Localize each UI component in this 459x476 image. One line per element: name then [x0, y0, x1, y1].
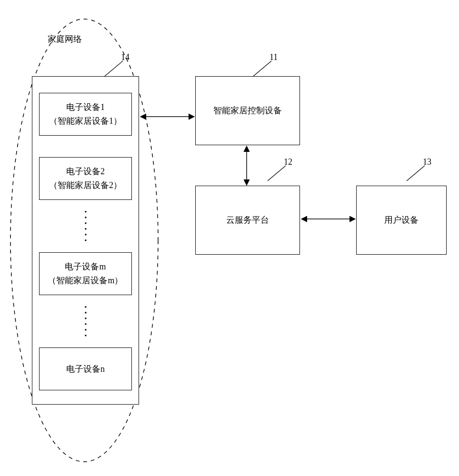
vdots-2: ••••••: [81, 305, 90, 339]
device-2-line2: （智能家居设备2）: [49, 178, 122, 192]
svg-line-3: [407, 166, 425, 181]
device-m-line1: 电子设备m: [65, 260, 106, 274]
controller-label: 智能家居控制设备: [213, 104, 282, 118]
user-label: 用户设备: [384, 213, 419, 227]
device-m-line2: （智能家居设备m）: [48, 274, 123, 288]
device-box-1: 电子设备1 （智能家居设备1）: [39, 93, 132, 136]
ref-14: 14: [121, 52, 130, 62]
group-title: 家庭网络: [48, 33, 82, 45]
svg-line-2: [268, 166, 286, 181]
svg-line-0: [105, 61, 123, 76]
device-n-line1: 电子设备n: [66, 362, 105, 376]
ref-12: 12: [284, 157, 292, 167]
user-box: 用户设备: [356, 186, 447, 255]
vdots-1: ••••••: [81, 209, 90, 244]
cloud-label: 云服务平台: [226, 213, 269, 227]
device-2-line1: 电子设备2: [66, 165, 105, 178]
device-box-2: 电子设备2 （智能家居设备2）: [39, 157, 132, 200]
device-box-m: 电子设备m （智能家居设备m）: [39, 252, 132, 295]
device-box-n: 电子设备n: [39, 347, 132, 390]
ref-11: 11: [269, 52, 278, 62]
controller-box: 智能家居控制设备: [195, 76, 300, 145]
device-1-line1: 电子设备1: [66, 100, 105, 114]
device-1-line2: （智能家居设备1）: [49, 114, 122, 128]
diagram-canvas: { "group": { "title": "家庭网络", "ref": "14…: [0, 0, 459, 476]
svg-line-1: [253, 61, 271, 76]
ref-13: 13: [423, 157, 431, 167]
cloud-box: 云服务平台: [195, 186, 300, 255]
